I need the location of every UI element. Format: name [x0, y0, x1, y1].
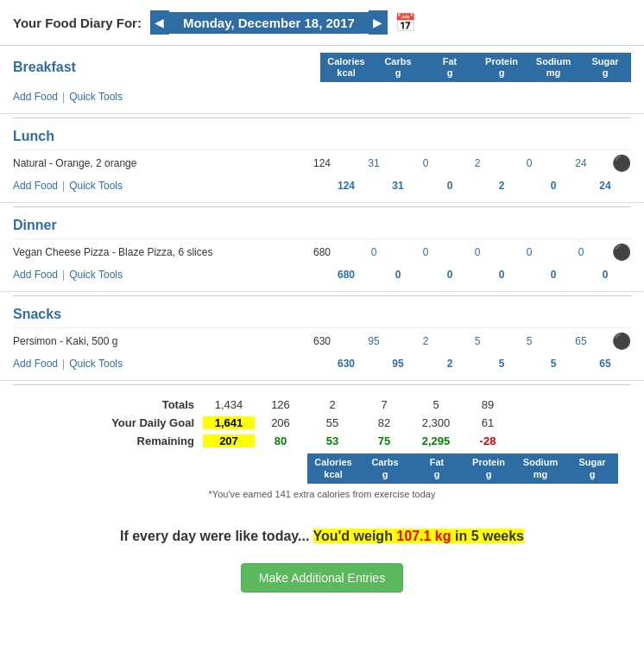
dinner-food-sugar-1: 0	[555, 246, 607, 258]
prediction-prefix: If every day were like today...	[120, 529, 309, 543]
prev-date-button[interactable]: ◀	[150, 10, 169, 35]
snacks-food-sugar-1: 65	[555, 335, 607, 347]
snacks-food-row-1: Persimon - Kaki, 500 g 630 95 2 5 5 65 ⚫	[13, 327, 631, 354]
calendar-icon[interactable]: 📅	[395, 12, 416, 33]
col-protein: Proteing	[476, 53, 527, 82]
col-carbs: Carbsg	[372, 53, 424, 82]
prediction-section: If every day were like today... You'd we…	[0, 511, 644, 553]
lunch-section: Lunch Natural - Orange, 2 orange 124 31 …	[0, 122, 644, 203]
dinner-delete-1[interactable]: ⚫	[612, 243, 631, 262]
lunch-add-food[interactable]: Add Food	[13, 180, 58, 192]
lunch-food-fat-1: 0	[400, 157, 451, 169]
lunch-quick-tools[interactable]: Quick Tools	[69, 180, 123, 192]
dinner-food-name-1: Vegan Cheese Pizza - Blaze Pizza, 6 slic…	[13, 246, 296, 258]
summary-section: Totals 1,434 126 2 7 5 89 Your Daily Goa…	[0, 389, 644, 510]
dinner-total-protein: 0	[476, 269, 527, 281]
breakfast-section: Breakfast Calorieskcal Carbsg Fatg Prote…	[0, 46, 644, 114]
snacks-food-name-1: Persimon - Kaki, 500 g	[13, 335, 296, 347]
lunch-food-sodium-1: 0	[503, 157, 555, 169]
prediction-weight: 107.1 kg	[396, 529, 451, 543]
lunch-food-protein-1: 2	[451, 157, 503, 169]
remaining-carbs: 80	[255, 434, 306, 447]
snacks-quick-tools[interactable]: Quick Tools	[69, 358, 123, 370]
dinner-separator: |	[62, 269, 65, 281]
diary-header: Your Food Diary For: ◀ Monday, December …	[0, 0, 644, 46]
snacks-food-sodium-1: 5	[503, 335, 555, 347]
snacks-food-fat-1: 2	[400, 335, 451, 347]
breakfast-add-food[interactable]: Add Food	[13, 91, 58, 103]
dinner-food-row-1: Vegan Cheese Pizza - Blaze Pizza, 6 slic…	[13, 238, 631, 265]
lunch-food-carbs-1: 31	[348, 157, 400, 169]
dinner-title-row: Dinner	[13, 218, 631, 233]
snacks-food-carbs-1: 95	[348, 335, 400, 347]
additional-entries-button[interactable]: Make Additional Entries	[241, 563, 403, 593]
dinner-total-sugar: 0	[579, 269, 631, 281]
next-date-button[interactable]: ▶	[369, 10, 388, 35]
col-fat: Fatg	[424, 53, 476, 82]
breakfast-quick-tools[interactable]: Quick Tools	[69, 91, 123, 103]
breakfast-title-row: Breakfast Calorieskcal Carbsg Fatg Prote…	[13, 53, 631, 82]
dinner-section: Dinner Vegan Cheese Pizza - Blaze Pizza,…	[0, 211, 644, 292]
lunch-food-cal-1: 124	[296, 157, 348, 169]
prediction-suffix: in 5 weeks	[451, 529, 525, 543]
dinner-title: Dinner	[13, 218, 57, 233]
breakfast-actions: Add Food | Quick Tools	[13, 87, 631, 106]
lunch-title-row: Lunch	[13, 129, 631, 144]
dinner-food-carbs-1: 0	[348, 246, 400, 258]
goal-fat: 55	[306, 416, 358, 429]
goal-sugar: 61	[462, 416, 514, 429]
snacks-food-cal-1: 630	[296, 335, 348, 347]
lunch-food-sugar-1: 24	[555, 157, 607, 169]
bot-col-calories: Calorieskcal	[307, 453, 359, 483]
dinner-quick-tools[interactable]: Quick Tools	[69, 269, 123, 281]
remaining-sodium: 2,295	[410, 434, 462, 447]
snacks-delete-1[interactable]: ⚫	[612, 332, 631, 351]
snacks-divider	[13, 384, 631, 385]
dinner-food-sodium-1: 0	[503, 246, 555, 258]
goal-row: Your Daily Goal 1,641 206 55 82 2,300 61	[13, 414, 631, 432]
bot-col-fat: Fatg	[411, 453, 463, 483]
additional-entries-wrapper: Make Additional Entries	[0, 563, 644, 620]
snacks-total-carbs: 95	[372, 358, 424, 370]
dinner-add-food[interactable]: Add Food	[13, 269, 58, 281]
remaining-label: Remaining	[13, 434, 203, 447]
bot-col-sodium: Sodiummg	[515, 453, 566, 483]
col-sugar: Sugarg	[579, 53, 631, 82]
bot-col-carbs: Carbsg	[359, 453, 411, 483]
lunch-food-row-1: Natural - Orange, 2 orange 124 31 0 2 0 …	[13, 149, 631, 176]
prediction-you-weigh: You'd weigh	[313, 529, 397, 543]
lunch-actions: Add Food | Quick Tools 124 31 0 2 0 24	[13, 176, 631, 195]
lunch-food-name-1: Natural - Orange, 2 orange	[13, 157, 296, 169]
lunch-divider	[13, 206, 631, 207]
totals-row: Totals 1,434 126 2 7 5 89	[13, 396, 631, 414]
dinner-total-sodium: 0	[527, 269, 579, 281]
total-carbs: 126	[255, 398, 306, 411]
remaining-protein: 75	[358, 434, 410, 447]
remaining-row: Remaining 207 80 53 75 2,295 -28	[13, 432, 631, 450]
dinner-total-carbs: 0	[372, 269, 424, 281]
col-calories: Calorieskcal	[320, 53, 372, 82]
bot-col-sugar: Sugarg	[566, 453, 618, 483]
dinner-divider	[13, 295, 631, 296]
lunch-delete-1[interactable]: ⚫	[612, 154, 631, 173]
lunch-separator: |	[62, 180, 65, 192]
goal-values: 1,641 206 55 82 2,300 61	[203, 416, 514, 429]
lunch-total-carbs: 31	[372, 180, 424, 192]
snacks-section: Snacks Persimon - Kaki, 500 g 630 95 2 5…	[0, 300, 644, 381]
breakfast-divider	[13, 117, 631, 118]
prediction-highlight: You'd weigh 107.1 kg in 5 weeks	[313, 529, 525, 543]
diary-title: Your Food Diary For:	[13, 16, 142, 30]
breakfast-title: Breakfast	[13, 60, 76, 75]
total-fat: 2	[306, 398, 358, 411]
snacks-total-protein: 5	[476, 358, 527, 370]
snacks-title-row: Snacks	[13, 307, 631, 322]
snacks-add-food[interactable]: Add Food	[13, 358, 58, 370]
snacks-total-sugar: 65	[579, 358, 631, 370]
snacks-total-sodium: 5	[527, 358, 579, 370]
goal-sodium: 2,300	[410, 416, 462, 429]
goal-label: Your Daily Goal	[13, 416, 203, 429]
remaining-fat: 53	[306, 434, 358, 447]
breakfast-col-headers: Calorieskcal Carbsg Fatg Proteing Sodium…	[320, 53, 631, 82]
goal-protein: 82	[358, 416, 410, 429]
lunch-title: Lunch	[13, 129, 54, 144]
